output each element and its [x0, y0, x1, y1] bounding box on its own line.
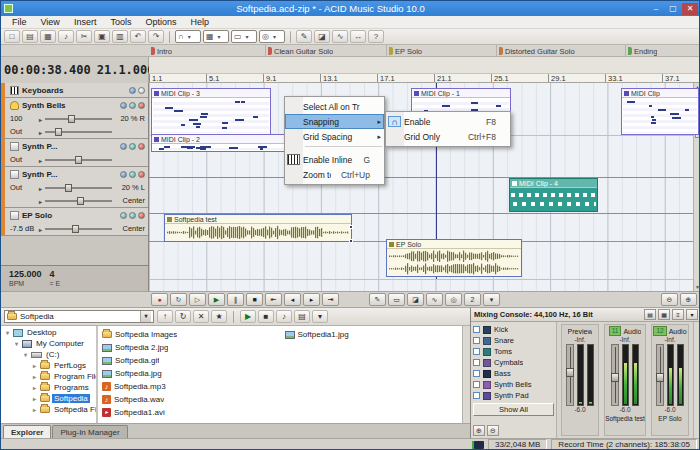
context-menu-item[interactable]: Zoom to Loop Region Ctrl+Up	[285, 167, 384, 182]
expander-icon[interactable]: ▸	[31, 362, 38, 369]
go-to-start-button[interactable]: ⇤	[265, 293, 282, 306]
pan-slider[interactable]	[45, 197, 112, 205]
expander-icon[interactable]: ▸	[31, 406, 38, 413]
mixer-zoom-out-icon[interactable]: ⊖	[487, 425, 499, 436]
open-icon[interactable]: ▤	[22, 30, 38, 43]
volume-slider[interactable]	[45, 184, 112, 192]
time-at-cursor[interactable]: 00:00:38.400	[4, 63, 91, 77]
channel-checkbox[interactable]	[473, 381, 480, 388]
mixer-scrollbar[interactable]	[693, 322, 700, 438]
solo-button[interactable]	[129, 102, 136, 109]
output-value[interactable]: Out	[10, 127, 36, 136]
file-item[interactable]: Softpedia.gif	[102, 354, 276, 367]
redo-icon[interactable]: ↷	[148, 30, 164, 43]
tool-dropdown-button[interactable]: ▾	[483, 293, 500, 306]
volume-value[interactable]: 100	[10, 114, 36, 123]
track-header-synth-bells[interactable]: Synth Bells 100 20 % R Out	[1, 98, 148, 139]
draw-tool-icon[interactable]: ✎	[296, 30, 312, 43]
minimize-button[interactable]: –	[648, 3, 664, 15]
loop-playback-button[interactable]: ↻	[170, 293, 187, 306]
audio-clip-softpedia-test[interactable]: Softpedia test	[164, 214, 352, 242]
channel-checkbox[interactable]	[473, 370, 480, 377]
envelope-tool-button[interactable]: ∿	[426, 293, 443, 306]
edit-tool-combo[interactable]: ▭	[231, 30, 257, 43]
fader-thumb[interactable]	[566, 368, 574, 377]
tool-index-button[interactable]: 2	[464, 293, 481, 306]
pan-value[interactable]: 20 % L	[115, 183, 145, 192]
mute-button[interactable]	[120, 212, 127, 219]
mute-button[interactable]	[120, 171, 127, 178]
fader-value[interactable]: -6.0	[574, 406, 585, 414]
draw-tool-button[interactable]: ✎	[369, 293, 386, 306]
start-preview-icon[interactable]: ▶	[240, 310, 256, 323]
pan-value[interactable]: Center	[115, 196, 145, 205]
arm-record-button[interactable]	[138, 212, 145, 219]
submenu-item[interactable]: Grid Only Ctrl+F8	[386, 129, 510, 144]
step-back-button[interactable]: ◂	[284, 293, 301, 306]
solo-button[interactable]	[129, 212, 136, 219]
expander-icon[interactable]: ▾	[4, 329, 11, 336]
track-header-keyboards[interactable]: Keyboards	[1, 83, 148, 98]
volume-slider[interactable]	[45, 225, 112, 233]
spinner-icon[interactable]	[39, 127, 42, 137]
menu-item[interactable]: Insert	[67, 16, 104, 29]
volume-fader[interactable]	[566, 344, 574, 406]
tree-item[interactable]: ▸ Program Files	[1, 371, 96, 382]
midi-clip-5[interactable]: MIDI Clip	[621, 88, 699, 135]
key-value[interactable]: = E	[50, 279, 61, 288]
new-project-icon[interactable]: □	[4, 30, 20, 43]
erase-tool-icon[interactable]: ◪	[314, 30, 330, 43]
file-list-scrollbar[interactable]	[462, 326, 470, 423]
solo-button[interactable]	[138, 87, 145, 94]
spinner-icon[interactable]	[39, 114, 42, 124]
menu-item[interactable]: File	[5, 16, 34, 29]
close-button[interactable]: ✕	[682, 3, 698, 15]
tempo-value[interactable]: 125.000	[9, 270, 42, 279]
mixer-channel-item[interactable]: Toms	[473, 346, 554, 357]
midi-clip-4[interactable]: MIDI Clip - 4	[509, 178, 598, 212]
volume-fader[interactable]	[611, 344, 619, 406]
menu-item[interactable]: Options	[138, 16, 183, 29]
menu-item[interactable]: Tools	[103, 16, 138, 29]
midi-clip-2[interactable]: MIDI Clip - 2	[151, 134, 286, 152]
zoom-tool-button[interactable]: ◎	[445, 293, 462, 306]
fader-thumb[interactable]	[656, 373, 664, 382]
record-button[interactable]: ●	[151, 293, 168, 306]
tree-item[interactable]: ▸ Softpedia Files	[1, 404, 96, 415]
channel-checkbox[interactable]	[473, 392, 480, 399]
track-header-synth-p1[interactable]: Synth P... Out	[1, 139, 148, 167]
fader-value[interactable]: -6.0	[619, 406, 630, 414]
file-item[interactable]: Softpedia.mp3	[102, 380, 276, 393]
zoom-out-time-button[interactable]: ⊖	[661, 293, 678, 306]
solo-button[interactable]	[129, 171, 136, 178]
render-as-icon[interactable]: ♪	[58, 30, 74, 43]
file-item[interactable]: Softpedia.wav	[102, 393, 276, 406]
file-item[interactable]: Softpedia 2.jpg	[102, 341, 276, 354]
gain-value[interactable]: -Inf.	[664, 336, 675, 344]
dock-tab[interactable]: Plug-In Manager	[52, 425, 127, 438]
file-item[interactable]: Softpedia Images	[102, 328, 276, 341]
cut-icon[interactable]: ✂	[76, 30, 92, 43]
views-icon[interactable]: ▤	[294, 310, 310, 323]
fader-thumb[interactable]	[611, 373, 619, 382]
region-marker[interactable]: EP Solo	[387, 45, 497, 57]
mixer-menu-icon[interactable]: ≡	[672, 309, 684, 320]
track-name[interactable]: Keyboards	[22, 86, 126, 95]
save-icon[interactable]: ▦	[40, 30, 56, 43]
tempo-panel[interactable]: 125.000 BPM 4 = E	[1, 265, 148, 291]
snapping-combo[interactable]: ∩	[175, 30, 201, 43]
channel-checkbox[interactable]	[473, 359, 480, 366]
context-menu-item[interactable]: Grid Spacing	[285, 129, 384, 144]
spinner-icon[interactable]	[39, 183, 42, 193]
channel-checkbox[interactable]	[473, 337, 480, 344]
time-signature-value[interactable]: 4	[50, 270, 61, 279]
context-menu-item[interactable]: Select All on Track	[285, 99, 384, 114]
views-dropdown-icon[interactable]: ▾	[312, 310, 328, 323]
grid-spacing-combo[interactable]: ▦	[203, 30, 229, 43]
tree-item[interactable]: ▸ Programs	[1, 382, 96, 393]
mixer-zoom-in-icon[interactable]: ⊕	[473, 425, 485, 436]
arm-record-button[interactable]	[138, 143, 145, 150]
expander-icon[interactable]: ▸	[31, 373, 38, 380]
file-item[interactable]: Softpedia1.jpg	[285, 328, 459, 341]
stop-preview-icon[interactable]: ■	[258, 310, 274, 323]
